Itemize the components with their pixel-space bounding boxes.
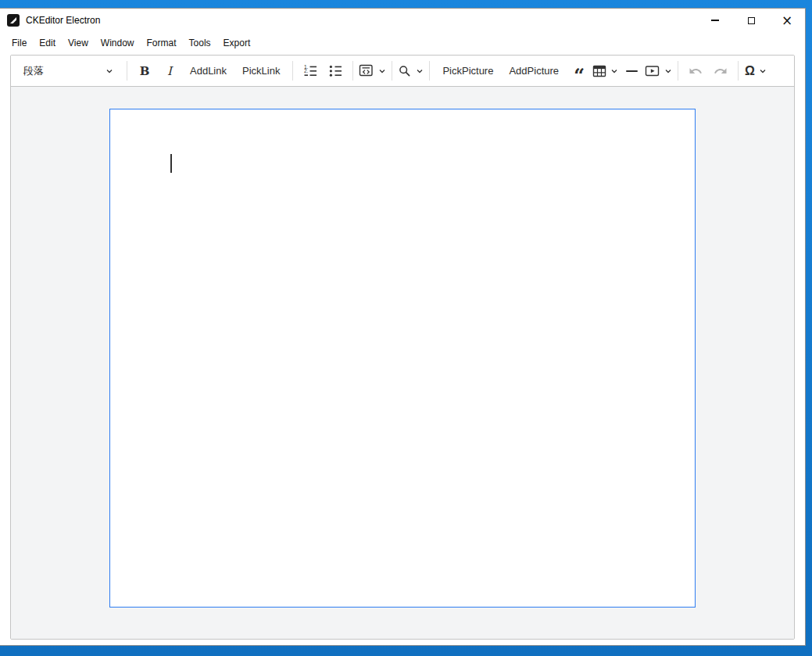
undo-icon [689, 64, 703, 78]
code-block-dropdown[interactable] [359, 59, 386, 84]
special-characters-icon: Ω [745, 64, 755, 78]
heading-dropdown-label: 段落 [23, 64, 44, 78]
find-and-replace-icon [398, 64, 412, 78]
media-embed-icon [645, 64, 660, 78]
block-quote-button[interactable]: “ [567, 59, 591, 84]
maximize-icon [748, 17, 755, 24]
close-icon: × [782, 14, 792, 27]
redo-button[interactable] [709, 59, 732, 84]
menu-item-window[interactable]: Window [95, 34, 141, 52]
bulleted-list-icon [328, 63, 343, 78]
media-embed-dropdown[interactable] [645, 59, 672, 84]
window-controls: × [697, 9, 805, 32]
close-button[interactable]: × [769, 9, 805, 32]
minimize-button[interactable] [697, 9, 733, 32]
toolbar-separator [352, 61, 353, 81]
menu-item-tools[interactable]: Tools [183, 34, 217, 52]
menu-item-file[interactable]: File [5, 34, 33, 52]
horizontal-line-icon [626, 70, 638, 72]
block-quote-icon: “ [574, 72, 585, 80]
window-title: CKEditor Electron [26, 15, 100, 26]
menu-item-export[interactable]: Export [217, 34, 257, 52]
title-bar: CKEditor Electron × [0, 9, 805, 32]
chevron-down-icon [664, 67, 672, 75]
chevron-down-icon [106, 67, 113, 75]
app-icon [7, 14, 20, 27]
add-picture-button[interactable]: AddPicture [502, 59, 566, 84]
numbered-list-icon: 1. 2. [303, 63, 318, 78]
chevron-down-icon [759, 67, 767, 75]
text-caret [170, 154, 172, 173]
insert-table-dropdown[interactable] [592, 59, 618, 84]
app-window: CKEditor Electron × File Edit View Windo… [0, 8, 806, 646]
bold-button[interactable]: B [133, 59, 156, 84]
chevron-down-icon [610, 67, 618, 75]
heading-dropdown[interactable]: 段落 [16, 58, 120, 84]
add-link-button[interactable]: AddLink [183, 59, 234, 84]
italic-icon: I [167, 64, 172, 78]
numbered-list-button[interactable]: 1. 2. [299, 59, 322, 84]
pick-link-button[interactable]: PickLink [235, 59, 287, 84]
minimize-icon [711, 20, 719, 21]
app-icon-glyph [10, 17, 16, 23]
chevron-down-icon [378, 67, 386, 75]
find-and-replace-dropdown[interactable] [398, 59, 424, 84]
undo-button[interactable] [684, 59, 707, 84]
editor-widget: 段落 B I AddLink PickLink 1. 2. [10, 55, 795, 640]
toolbar-separator [738, 61, 739, 81]
editor-content[interactable] [109, 109, 696, 608]
toolbar-separator [127, 61, 127, 81]
toolbar-separator [392, 61, 392, 81]
menu-item-edit[interactable]: Edit [33, 34, 62, 52]
menu-item-format[interactable]: Format [141, 34, 183, 52]
special-characters-dropdown[interactable]: Ω [744, 59, 767, 84]
pick-picture-button[interactable]: PickPicture [435, 59, 500, 84]
toolbar-separator [292, 61, 293, 81]
editor-toolbar: 段落 B I AddLink PickLink 1. 2. [11, 56, 794, 87]
toolbar-separator [429, 61, 430, 81]
redo-icon [714, 64, 728, 78]
insert-table-icon [592, 64, 606, 78]
svg-text:2.: 2. [304, 68, 309, 73]
maximize-button[interactable] [733, 9, 769, 32]
horizontal-line-button[interactable] [620, 59, 643, 84]
bulleted-list-button[interactable] [324, 59, 347, 84]
italic-button[interactable]: I [158, 59, 181, 84]
code-block-icon [359, 63, 374, 78]
toolbar-separator [678, 61, 678, 81]
menu-bar: File Edit View Window Format Tools Expor… [0, 32, 805, 53]
chevron-down-icon [416, 67, 424, 75]
bold-icon: B [140, 64, 150, 78]
editor-canvas [11, 87, 794, 639]
menu-item-view[interactable]: View [62, 34, 95, 52]
